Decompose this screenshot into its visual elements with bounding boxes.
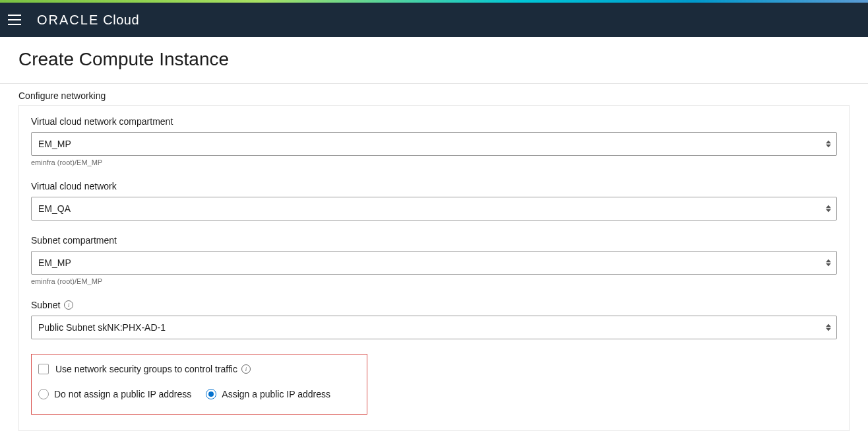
brand-cloud-text: Cloud	[103, 13, 139, 28]
chevron-updown-icon	[826, 141, 831, 148]
radio-dot-icon	[208, 391, 214, 397]
subnet-compartment-label: Subnet compartment	[31, 235, 837, 246]
subnet-label-text: Subnet	[31, 300, 60, 310]
radio-icon-selected	[206, 389, 216, 399]
section-label: Configure networking	[0, 84, 868, 105]
info-icon[interactable]: i	[241, 364, 251, 374]
nsg-checkbox[interactable]	[38, 364, 49, 374]
vcn-compartment-group: Virtual cloud network compartment EM_MP …	[31, 116, 837, 166]
radio-assign-public-ip[interactable]: Assign a public IP address	[206, 389, 330, 399]
vcn-group: Virtual cloud network EM_QA	[31, 181, 837, 220]
vcn-compartment-value: EM_MP	[38, 139, 71, 149]
page-title-area: Create Compute Instance	[0, 37, 868, 84]
subnet-compartment-value: EM_MP	[38, 257, 71, 268]
subnet-group: Subnet i Public Subnet skNK:PHX-AD-1	[31, 300, 837, 339]
chevron-updown-icon	[826, 205, 831, 213]
radio-no-public-ip[interactable]: Do not assign a public IP address	[38, 389, 191, 399]
subnet-select[interactable]: Public Subnet skNK:PHX-AD-1	[31, 316, 837, 339]
public-ip-radio-group: Do not assign a public IP address Assign…	[38, 389, 360, 399]
header-bar: ORACLE Cloud	[0, 3, 868, 37]
vcn-compartment-select[interactable]: EM_MP	[31, 132, 837, 156]
subnet-label: Subnet i	[31, 300, 837, 310]
subnet-compartment-group: Subnet compartment EM_MP eminfra (root)/…	[31, 235, 837, 285]
subnet-compartment-helper: eminfra (root)/EM_MP	[31, 277, 837, 285]
page-title: Create Compute Instance	[18, 49, 850, 70]
radio-no-public-ip-label: Do not assign a public IP address	[54, 389, 191, 399]
menu-icon[interactable]	[8, 12, 24, 28]
public-ip-highlight-box: Use network security groups to control t…	[31, 354, 367, 415]
subnet-value: Public Subnet skNK:PHX-AD-1	[38, 322, 166, 333]
nsg-checkbox-label: Use network security groups to control t…	[55, 364, 251, 374]
vcn-label: Virtual cloud network	[31, 181, 837, 191]
info-icon[interactable]: i	[64, 300, 73, 310]
radio-assign-public-ip-label: Assign a public IP address	[222, 389, 330, 399]
vcn-value: EM_QA	[38, 203, 71, 214]
radio-icon	[38, 389, 49, 399]
brand-oracle-text: ORACLE	[37, 13, 99, 28]
vcn-compartment-label: Virtual cloud network compartment	[31, 116, 837, 127]
chevron-updown-icon	[826, 324, 831, 331]
subnet-compartment-select[interactable]: EM_MP	[31, 251, 837, 275]
brand-logo: ORACLE Cloud	[37, 13, 139, 28]
vcn-compartment-helper: eminfra (root)/EM_MP	[31, 158, 837, 166]
nsg-checkbox-row: Use network security groups to control t…	[38, 364, 360, 374]
networking-panel: Virtual cloud network compartment EM_MP …	[18, 105, 850, 431]
nsg-checkbox-label-text: Use network security groups to control t…	[55, 364, 237, 374]
vcn-select[interactable]: EM_QA	[31, 197, 837, 220]
chevron-updown-icon	[826, 259, 831, 267]
